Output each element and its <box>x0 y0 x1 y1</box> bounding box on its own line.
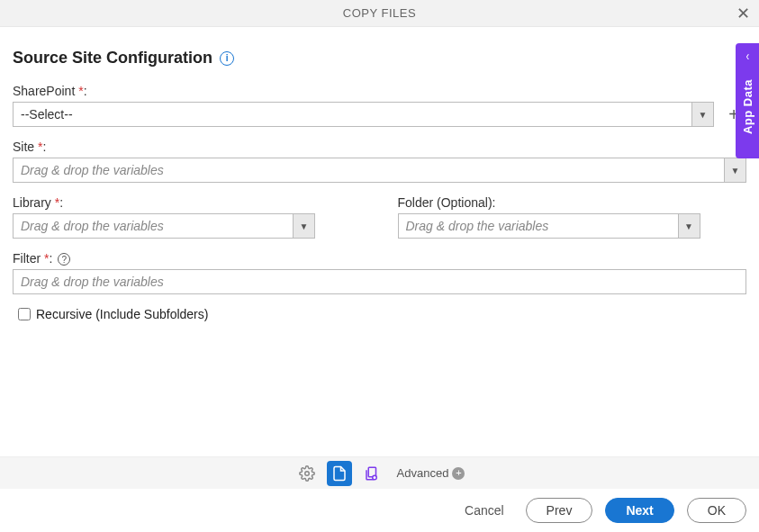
sharepoint-select[interactable]: ▼ <box>13 102 714 127</box>
filter-label: Filter *: ? <box>13 251 746 266</box>
chevron-down-icon[interactable]: ▼ <box>692 102 714 127</box>
sharepoint-label: SharePoint *: <box>13 84 746 98</box>
close-icon[interactable]: ✕ <box>736 5 750 22</box>
svg-point-0 <box>304 471 309 475</box>
help-icon[interactable]: ? <box>58 253 70 266</box>
chevron-down-icon[interactable]: ▼ <box>679 213 700 239</box>
plus-icon: + <box>452 467 465 480</box>
library-input[interactable] <box>13 213 294 239</box>
filter-field: Filter *: ? <box>13 251 746 294</box>
dialog-title: COPY FILES <box>343 6 416 20</box>
recursive-field: Recursive (Include Subfolders) <box>18 307 746 321</box>
titlebar: COPY FILES ✕ <box>0 0 759 27</box>
chevron-down-icon[interactable]: ▼ <box>725 158 746 183</box>
folder-field: Folder (Optional): ▼ <box>398 195 747 239</box>
svg-point-2 <box>372 475 376 480</box>
side-tab-label: App Data <box>741 79 754 134</box>
next-button[interactable]: Next <box>605 498 673 523</box>
filter-input[interactable] <box>13 269 746 294</box>
sharepoint-input[interactable] <box>13 102 692 127</box>
gear-icon[interactable] <box>294 461 320 486</box>
library-folder-row: Library *: ▼ Folder (Optional): ▼ <box>13 195 746 239</box>
chevron-left-icon: ‹ <box>745 49 749 63</box>
document-icon[interactable] <box>327 461 352 486</box>
chevron-down-icon[interactable]: ▼ <box>294 213 315 239</box>
folder-input-combo[interactable]: ▼ <box>398 213 700 239</box>
library-label: Library *: <box>13 195 362 210</box>
folder-input[interactable] <box>398 213 679 239</box>
library-input-combo[interactable]: ▼ <box>13 213 315 239</box>
library-field: Library *: ▼ <box>13 195 362 239</box>
section-title: Source Site Configuration <box>13 49 212 68</box>
site-label: Site *: <box>13 140 746 154</box>
prev-button[interactable]: Prev <box>526 498 593 523</box>
advanced-toggle[interactable]: Advanced + <box>397 466 465 480</box>
section-header: Source Site Configuration i <box>13 49 746 68</box>
cancel-button[interactable]: Cancel <box>456 498 513 523</box>
recursive-checkbox[interactable] <box>18 308 31 320</box>
copy-settings-icon[interactable] <box>359 461 384 486</box>
info-icon[interactable]: i <box>220 51 234 66</box>
toolbar: Advanced + <box>0 456 759 489</box>
site-field: Site *: ▼ <box>13 140 746 183</box>
site-input-combo[interactable]: ▼ <box>13 158 746 183</box>
ok-button[interactable]: OK <box>687 498 746 523</box>
sharepoint-field: SharePoint *: ▼ + <box>13 84 746 127</box>
content-area: Source Site Configuration i SharePoint *… <box>0 27 759 321</box>
app-data-tab[interactable]: ‹ App Data <box>736 43 759 158</box>
folder-label: Folder (Optional): <box>398 195 747 210</box>
site-input[interactable] <box>13 158 725 183</box>
button-bar: Cancel Prev Next OK <box>0 489 759 532</box>
recursive-label[interactable]: Recursive (Include Subfolders) <box>36 307 208 321</box>
